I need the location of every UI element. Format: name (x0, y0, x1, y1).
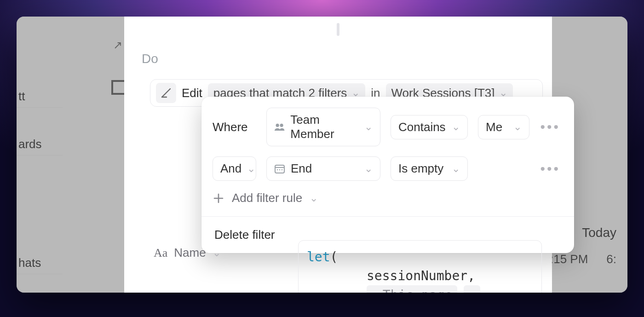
chevron-down-icon: ⌄ (513, 121, 522, 133)
filter-rule: Where Team Member ⌄ Contains ⌄ Me ⌄ ••• (213, 108, 563, 146)
svg-point-5 (279, 169, 280, 170)
conjunction-select[interactable]: And ⌄ (213, 156, 256, 181)
property-label: End (291, 161, 312, 176)
chevron-down-icon: ⌄ (364, 163, 373, 175)
this-page-chip[interactable]: ↗ This page (367, 285, 457, 293)
plus-icon (213, 192, 224, 204)
left-rail-item[interactable]: tt (17, 86, 63, 108)
add-filter-rule[interactable]: Add filter rule ⌄ (213, 191, 563, 205)
formula-editor[interactable]: let( sessionNumber, ↗ This page ↗ (298, 240, 542, 293)
property-select[interactable]: Team Member ⌄ (266, 108, 380, 146)
operator-label: Contains (398, 120, 446, 134)
open-arrow-icon: ↗ (113, 39, 122, 52)
date-icon (274, 164, 285, 174)
drag-handle-icon[interactable] (337, 23, 339, 36)
value-label: Me (486, 120, 502, 134)
svg-point-6 (282, 169, 282, 170)
today-nav[interactable]: ‹ Today (569, 225, 616, 240)
operator-select[interactable]: Contains ⌄ (391, 115, 468, 139)
this-page-label: This page (383, 286, 453, 293)
section-label-do: Do (142, 52, 158, 66)
filter-popover: Where Team Member ⌄ Contains ⌄ Me ⌄ ••• (201, 97, 574, 253)
rule-more-icon[interactable]: ••• (540, 161, 563, 177)
chevron-down-icon: ⌄ (452, 121, 460, 133)
formula-line: sessionNumber, (307, 267, 533, 286)
rule-more-icon[interactable]: ••• (540, 119, 563, 135)
value-select[interactable]: Me ⌄ (478, 115, 529, 139)
formula-keyword: let (307, 249, 330, 265)
svg-point-0 (276, 124, 279, 127)
conjunction-label: And (220, 161, 242, 176)
chevron-down-icon: ⌄ (452, 163, 460, 175)
reference-chip[interactable]: ↗ (464, 285, 481, 293)
action-verb: Edit (182, 86, 202, 100)
open-arrow-icon: ↗ (371, 286, 379, 293)
chevron-down-icon: ⌄ (213, 247, 221, 259)
chevron-down-icon: ⌄ (364, 121, 373, 133)
property-select-row[interactable]: Aa Name ⌄ (154, 246, 221, 260)
open-arrow-icon: ↗ (468, 286, 476, 293)
chevron-down-icon: ⌄ (247, 163, 255, 175)
app-window: ↗ tt ards hats ⌄ ‹ Today 6:15 PM 6: Do E… (17, 17, 627, 293)
edit-icon (156, 83, 176, 103)
operator-label: Is empty (398, 161, 443, 176)
filter-rule: And ⌄ End ⌄ Is empty ⌄ ••• (213, 156, 563, 181)
today-label[interactable]: Today (582, 225, 616, 240)
svg-point-1 (280, 124, 283, 127)
text-property-icon: Aa (154, 246, 167, 260)
left-rail-item[interactable]: ards (17, 133, 63, 156)
time-marker: 6: (606, 252, 616, 266)
property-name-label: Name (174, 246, 206, 260)
conjunction-label: Where (213, 120, 256, 134)
left-rail-item[interactable]: hats (17, 252, 63, 274)
left-rail: tt ards hats (17, 86, 63, 274)
formula-line: ↗ This page ↗ (307, 285, 533, 293)
property-label: Team Member (290, 113, 359, 141)
people-icon (274, 122, 285, 132)
automation-panel: Do Edit pages that match 2 filters ⌄ in … (124, 17, 552, 293)
property-select[interactable]: End ⌄ (266, 156, 380, 181)
operator-select[interactable]: Is empty ⌄ (391, 156, 468, 181)
svg-point-4 (277, 169, 278, 170)
chevron-down-icon: ⌄ (310, 192, 318, 204)
formula-paren: ( (330, 249, 338, 265)
add-filter-label: Add filter rule (232, 191, 302, 205)
timeline-times: 6:15 PM 6: (543, 252, 616, 266)
svg-rect-2 (275, 165, 284, 173)
